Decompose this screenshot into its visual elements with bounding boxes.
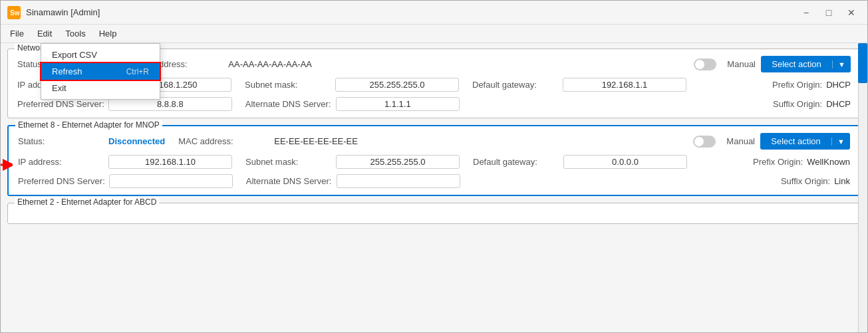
gateway-input-2[interactable] <box>563 155 687 169</box>
adapter-2-prefix: Prefix Origin: WellKnown <box>753 157 850 167</box>
adapter-2-status: Status: Disconnected <box>18 136 165 146</box>
window-title: Sinamawin [Admin] <box>26 7 100 17</box>
suffix-origin-row-2: Suffix Origin: Link <box>781 176 850 186</box>
adapter-1-subnet: Subnet mask: <box>245 78 459 92</box>
suffix-origin-label-1: Suffix Origin: <box>773 99 822 109</box>
adapter-2-row-2: IP address: Subnet mask: Default gateway… <box>18 155 850 169</box>
menu-help[interactable]: Help <box>92 27 124 41</box>
svg-text:Sw: Sw <box>10 9 20 17</box>
titlebar-left: Sw Sinamawin [Admin] <box>7 6 100 19</box>
prefix-origin-row-2: Prefix Origin: WellKnown <box>753 157 850 167</box>
status-label-2: Status: <box>18 136 104 146</box>
adapter-2-dns1: Preferred DNS Server: <box>18 174 233 188</box>
titlebar: Sw Sinamawin [Admin] − □ ✕ <box>1 1 867 25</box>
select-action-arrow-1: ▼ <box>832 60 851 68</box>
subnet-input-1[interactable] <box>335 78 459 92</box>
menu-export-csv[interactable]: Export CSV <box>41 47 160 63</box>
adapter-1-prefix: Prefix Origin: DHCP <box>772 80 851 90</box>
manual-toggle-2[interactable] <box>693 136 716 148</box>
adapter-1-suffix: Suffix Origin: DHCP <box>773 99 851 109</box>
adapter-2-subnet: Subnet mask: <box>245 155 460 169</box>
titlebar-controls: − □ ✕ <box>797 6 861 19</box>
app-icon: Sw <box>7 6 21 19</box>
dns2-label-2: Alternate DNS Server: <box>246 176 333 186</box>
refresh-shortcut: Ctrl+R <box>126 67 149 76</box>
subnet-label-1: Subnet mask: <box>245 80 331 90</box>
gateway-input-1[interactable] <box>563 78 686 92</box>
minimize-button[interactable]: − <box>797 6 815 19</box>
manual-toggle-1[interactable] <box>694 58 716 70</box>
close-button[interactable]: ✕ <box>842 6 861 19</box>
adapter-3-title: Ethernet 2 - Ehternet Adapter for ABCD <box>15 197 159 207</box>
scrollbar[interactable] <box>858 43 867 332</box>
adapter-section-2: Ethernet 8 - Ehternet Adapter for MNOP S… <box>7 125 861 196</box>
menu-edit[interactable]: Edit <box>31 27 59 41</box>
mac-value-1: AA-AA-AA-AA-AA-AA <box>228 59 312 69</box>
main-window: Sw Sinamawin [Admin] − □ ✕ File Edit Too… <box>0 0 868 333</box>
subnet-input-2[interactable] <box>336 155 460 169</box>
ip-label-2: IP address: <box>18 157 104 167</box>
menu-exit[interactable]: Exit <box>41 80 160 96</box>
dns1-input-2[interactable] <box>109 174 233 188</box>
prefix-origin-value-1: DHCP <box>826 80 851 90</box>
exit-label: Exit <box>52 83 67 93</box>
suffix-origin-label-2: Suffix Origin: <box>781 176 830 186</box>
prefix-origin-label-2: Prefix Origin: <box>753 157 803 167</box>
select-action-label-1: Select action <box>761 59 832 69</box>
dns1-label-1: Preferred DNS Server: <box>17 99 104 109</box>
prefix-origin-row-1: Prefix Origin: DHCP <box>772 80 851 90</box>
dns2-input-1[interactable] <box>336 97 460 111</box>
suffix-origin-value-2: Link <box>834 176 850 186</box>
dns2-input-2[interactable] <box>337 174 460 188</box>
adapter-2-mac: MAC address: EE-EE-EE-EE-EE-EE <box>178 136 358 146</box>
refresh-label: Refresh <box>52 66 82 76</box>
dns2-label-1: Alternate DNS Server: <box>245 99 332 109</box>
adapter-1-gateway: Default gateway: <box>472 78 686 92</box>
dns1-label-2: Preferred DNS Server: <box>18 176 105 186</box>
adapter-2-ip: IP address: <box>18 155 232 169</box>
menubar: File Edit Tools Help Export CSV Refresh … <box>1 25 867 43</box>
arrow-container <box>1 157 13 175</box>
mac-value-2: EE-EE-EE-EE-EE-EE <box>274 136 358 146</box>
adapter-2-gateway: Default gateway: <box>473 155 687 169</box>
select-action-label-2: Select action <box>760 136 831 146</box>
subnet-label-2: Subnet mask: <box>245 157 332 167</box>
maximize-button[interactable]: □ <box>819 6 838 19</box>
adapter-2-controls: Manual Select action ▼ <box>688 133 850 150</box>
adapter-2-title: Ethernet 8 - Ehternet Adapter for MNOP <box>15 120 162 130</box>
menu-refresh[interactable]: Refresh Ctrl+R <box>41 63 160 80</box>
adapter-1-dns2: Alternate DNS Server: <box>245 97 460 111</box>
file-dropdown-menu: Export CSV Refresh Ctrl+R Exit <box>41 43 160 100</box>
gateway-label-2: Default gateway: <box>473 157 559 167</box>
adapter-1-controls: Manual Select action ▼ <box>688 56 851 72</box>
adapter-2-suffix: Suffix Origin: Link <box>781 176 850 186</box>
adapter-2-row-1: Status: Disconnected MAC address: EE-EE-… <box>18 133 850 150</box>
ip-input-2[interactable] <box>108 155 232 169</box>
prefix-origin-value-2: WellKnown <box>807 157 850 167</box>
adapter-2-container: Ethernet 8 - Ehternet Adapter for MNOP S… <box>7 125 861 203</box>
adapter-2-dns2: Alternate DNS Server: <box>246 174 460 188</box>
menu-file[interactable]: File <box>3 27 31 41</box>
select-action-btn-2[interactable]: Select action ▼ <box>760 133 850 150</box>
menu-tools[interactable]: Tools <box>59 27 92 41</box>
select-action-btn-1[interactable]: Select action ▼ <box>761 56 851 72</box>
suffix-origin-value-1: DHCP <box>826 99 851 109</box>
status-value-2: Disconnected <box>108 136 165 146</box>
export-csv-label: Export CSV <box>52 50 97 60</box>
prefix-origin-label-1: Prefix Origin: <box>772 80 822 90</box>
manual-label-1: Manual <box>727 59 756 69</box>
suffix-origin-row-1: Suffix Origin: DHCP <box>773 99 851 109</box>
mac-label-2: MAC address: <box>178 136 265 146</box>
red-arrow-icon <box>1 157 13 173</box>
adapter-section-3: Ethernet 2 - Ehternet Adapter for ABCD <box>7 203 861 224</box>
adapter-2-row-3: Preferred DNS Server: Alternate DNS Serv… <box>18 174 850 188</box>
select-action-arrow-2: ▼ <box>831 138 850 146</box>
gateway-label-1: Default gateway: <box>472 80 559 90</box>
manual-label-2: Manual <box>726 136 755 146</box>
scrollbar-thumb[interactable] <box>858 43 867 83</box>
